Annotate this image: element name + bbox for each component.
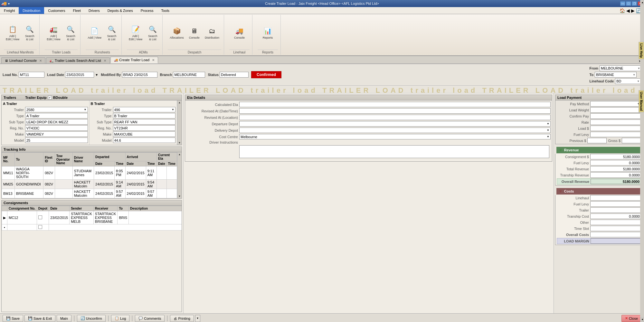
- trailer-scroll-up[interactable]: ▲: [178, 100, 182, 105]
- from-input[interactable]: MELBOURNE ▼: [600, 65, 641, 71]
- revised-at-datetime-input[interactable]: [239, 108, 551, 114]
- overall-revenue-input[interactable]: [591, 179, 641, 184]
- menu-tools[interactable]: Tools: [157, 7, 173, 14]
- tranship-revenue-input[interactable]: [590, 172, 641, 178]
- printing-button[interactable]: 🖨 Printing: [170, 315, 194, 322]
- ribbon-btn-distribution[interactable]: 🗂 Distribution: [203, 24, 221, 41]
- tab-trailer-loads-search[interactable]: 🚛 Trailer Loads Search And List ✕: [46, 57, 110, 63]
- ribbon-btn-adm-add-edit-view[interactable]: 📝 Add |Edit | View: [127, 23, 144, 42]
- driver-instructions-textarea[interactable]: [239, 145, 549, 158]
- status-input[interactable]: [220, 72, 249, 78]
- ribbon-btn-linehaul-console[interactable]: 🚚 Console: [232, 24, 247, 41]
- rate-input[interactable]: [590, 119, 641, 125]
- to-input[interactable]: BRISBANE ▼: [595, 72, 637, 78]
- linehaul-cost-input[interactable]: [590, 195, 641, 201]
- restore-button[interactable]: ❐: [632, 1, 637, 6]
- tab-create-close[interactable]: ✕: [152, 58, 155, 62]
- a-model-input[interactable]: [25, 137, 88, 143]
- confirm-pay-input[interactable]: [590, 113, 641, 119]
- tracking-scroll-down[interactable]: ▼: [177, 194, 182, 198]
- load-dollar-input[interactable]: [590, 126, 641, 131]
- maximize-button[interactable]: □: [626, 1, 631, 6]
- cost-centre-select[interactable]: Melbourne ▼: [239, 134, 551, 139]
- trailer-equip-checkbox[interactable]: [48, 96, 52, 99]
- minimize-button[interactable]: —: [620, 1, 625, 6]
- comments-button[interactable]: 💬 Comments: [135, 315, 165, 322]
- load-weight-input[interactable]: [590, 107, 641, 113]
- ribbon-btn-runsheet-add-view[interactable]: 📄 Add | View: [86, 24, 103, 41]
- live-help-tab[interactable]: Live Help: [639, 42, 644, 59]
- load-no-input[interactable]: [19, 72, 44, 78]
- branch-input[interactable]: [173, 72, 205, 78]
- load-margin-input[interactable]: [591, 238, 641, 244]
- linehaul-code-input[interactable]: BD ▼: [615, 78, 641, 84]
- save-exit-button[interactable]: 💾 Save & Exit: [24, 315, 55, 322]
- b-subtype-input[interactable]: [113, 119, 176, 125]
- trailer-scroll-down[interactable]: ▼: [178, 141, 182, 145]
- menu-depots[interactable]: Depots & Zones: [104, 7, 137, 14]
- costs-collapse-icon[interactable]: ▼: [558, 189, 563, 194]
- previous-input[interactable]: [587, 138, 607, 143]
- consignment-dollar-input[interactable]: [590, 154, 641, 159]
- ribbon-btn-allocations[interactable]: 📦 Allocations: [168, 24, 186, 41]
- time-slot-input[interactable]: [590, 226, 641, 231]
- a-type-input[interactable]: [25, 113, 88, 118]
- menu-customers[interactable]: Customers: [44, 7, 69, 14]
- b-make-input[interactable]: [113, 131, 176, 137]
- ribbon-btn-adm-search-list[interactable]: 🔍 Search& List: [146, 23, 160, 42]
- ribbon-btn-runsheet-search-list[interactable]: 🔍 Search& List: [105, 23, 119, 42]
- right-scroll-track[interactable]: [640, 93, 644, 313]
- close-window-button[interactable]: ✕ Close: [621, 315, 641, 322]
- printing-dropdown-arrow[interactable]: ▼: [195, 315, 200, 322]
- ribbon-btn-console[interactable]: 🖥 Console: [187, 24, 202, 41]
- revised-at-location-input[interactable]: [239, 115, 551, 120]
- revenue-collapse-icon[interactable]: ▼: [558, 147, 563, 153]
- consign-row-0[interactable]: ▶ MC12 23/02/2015 STARTRACK EXPRESS MELB…: [2, 211, 182, 224]
- load-date-dropdown-icon[interactable]: ▼: [95, 73, 98, 77]
- tracking-scrollbar[interactable]: ▲ ▼: [177, 152, 182, 198]
- load-date-input[interactable]: [65, 72, 94, 78]
- menu-drivers[interactable]: Drivers: [85, 7, 104, 14]
- b-trailer-input[interactable]: 496 ▼: [113, 107, 176, 112]
- tranship-cost-input[interactable]: [590, 213, 641, 219]
- b-type-input[interactable]: [113, 113, 176, 118]
- delivery-depot-select[interactable]: ▼: [239, 128, 551, 133]
- main-button[interactable]: Main: [57, 315, 71, 322]
- tracking-scroll-up[interactable]: ▲: [177, 152, 182, 156]
- tab-linehaul-console[interactable]: 🖥 Linehaul Console ✕: [1, 57, 45, 63]
- ribbon-btn-linehaul-add-edit-view[interactable]: 📋 Add |Edit | View: [4, 23, 21, 42]
- tab-linehaul-console-close[interactable]: ✕: [39, 59, 42, 62]
- depot-checkbox-0[interactable]: [38, 215, 42, 219]
- trailer-cost-input[interactable]: [590, 207, 641, 213]
- b-model-input[interactable]: [113, 137, 176, 143]
- log-button[interactable]: 📋 Log: [111, 315, 129, 322]
- consign-row-new[interactable]: •: [2, 224, 182, 231]
- tab-create-trailer-load[interactable]: 🚚 Create Trailer Load ✕: [110, 57, 158, 63]
- menu-process[interactable]: Process: [137, 7, 157, 14]
- nav-forward-icon[interactable]: ▶: [631, 8, 635, 13]
- overall-costs-input[interactable]: [590, 232, 641, 237]
- menu-fleet[interactable]: Fleet: [69, 7, 84, 14]
- gross-input[interactable]: [622, 138, 641, 143]
- menu-freight[interactable]: Freight: [0, 7, 19, 14]
- save-button[interactable]: 💾 Save: [3, 315, 23, 322]
- fuel-levy-payment-input[interactable]: [590, 132, 641, 137]
- a-regno-input[interactable]: [25, 125, 88, 131]
- depot-checkbox-new[interactable]: [38, 225, 42, 229]
- nav-back-icon[interactable]: ◀: [626, 8, 630, 13]
- modified-by-input[interactable]: [122, 72, 157, 78]
- total-revenue-input[interactable]: [590, 166, 641, 172]
- ribbon-btn-reports[interactable]: 📊 Reports: [260, 24, 275, 41]
- calculated-eta-input[interactable]: [239, 102, 551, 107]
- a-subtype-input[interactable]: [25, 119, 88, 125]
- fuel-levy-cost-input[interactable]: [590, 201, 641, 207]
- menu-distribution[interactable]: Distribution: [19, 7, 44, 14]
- ribbon-btn-trailer-add-edit-view[interactable]: 🚛 Add |Edit | View: [45, 23, 62, 42]
- a-trailer-input[interactable]: 2580 ▼: [25, 107, 88, 112]
- unconfirm-button[interactable]: 🔄 Unconfirm: [77, 315, 106, 322]
- pay-method-select[interactable]: ▼: [590, 101, 641, 107]
- ribbon-btn-linehaul-search-list[interactable]: 🔍 Search& List: [23, 23, 37, 42]
- departure-depot-select[interactable]: ▼: [239, 121, 551, 127]
- b-regno-input[interactable]: [113, 125, 176, 131]
- nav-home-icon[interactable]: 🏠: [620, 8, 625, 13]
